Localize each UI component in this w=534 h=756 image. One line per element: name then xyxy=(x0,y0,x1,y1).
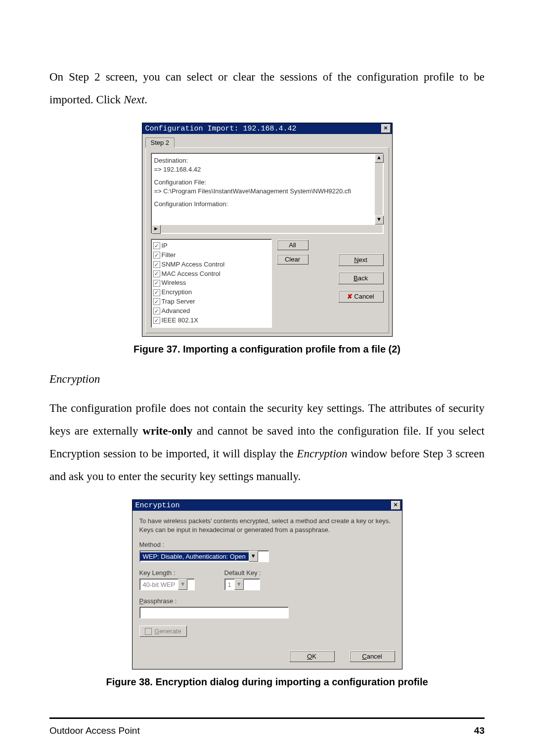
default-key-label: Default Key : xyxy=(224,569,261,577)
x-icon: ✘ xyxy=(347,293,353,300)
scroll-right-icon[interactable]: ► xyxy=(152,225,161,234)
chevron-down-icon[interactable]: ▼ xyxy=(178,579,187,590)
check-encryption[interactable]: ✓Encryption xyxy=(153,288,269,297)
check-filter[interactable]: ✓Filter xyxy=(153,251,269,260)
footer-left: Outdoor Access Point xyxy=(49,725,140,736)
encryption-dialog-title: Encryption xyxy=(135,501,180,510)
footer-rule xyxy=(49,717,485,719)
vertical-scrollbar[interactable]: ▲ ▼ xyxy=(375,154,383,224)
check-ieee8021x[interactable]: ✓IEEE 802.1X xyxy=(153,316,269,325)
figure38-wrap: Encryption × To have wireless packets' c… xyxy=(49,499,485,669)
key-length-label: Key Length : xyxy=(139,569,195,577)
check-wireless[interactable]: ✓Wireless xyxy=(153,278,269,288)
encryption-paragraph: The configuration profile does not conta… xyxy=(49,397,485,488)
dialog-title: Configuration Import: 192.168.4.42 xyxy=(145,125,297,133)
check-ip[interactable]: ✓IP xyxy=(153,241,269,251)
generate-checkbox-icon xyxy=(145,628,152,635)
check-advanced[interactable]: ✓Advanced xyxy=(153,307,269,316)
generate-button[interactable]: Generate xyxy=(139,625,187,637)
config-import-dialog: Configuration Import: 192.168.4.42 × Ste… xyxy=(142,123,393,337)
intro-period: . xyxy=(144,93,147,106)
method-select[interactable]: WEP: Disable, Authentication: Open ▼ xyxy=(139,550,269,562)
page-footer: Outdoor Access Point 43 xyxy=(49,725,485,736)
config-info-box: Destination: => 192.168.4.42 Configurati… xyxy=(151,153,384,234)
passphrase-label: Passphrase : xyxy=(139,597,395,605)
default-key-select[interactable]: 1 ▼ xyxy=(224,578,260,590)
default-key-value: 1 xyxy=(225,580,234,589)
encryption-description: To have wireless packets' contents encry… xyxy=(139,517,395,534)
encryption-heading: Encryption xyxy=(49,373,485,386)
close-icon[interactable]: × xyxy=(391,501,400,510)
back-button[interactable]: Back xyxy=(338,272,384,284)
config-info-label: Configuration Information: xyxy=(154,200,374,209)
intro-paragraph: On Step 2 screen, you can select or clea… xyxy=(49,66,485,111)
all-button[interactable]: All xyxy=(277,240,309,250)
tab-step2[interactable]: Step 2 xyxy=(145,137,175,148)
next-button[interactable]: Next xyxy=(338,254,384,266)
key-length-select[interactable]: 40-bit WEP ▼ xyxy=(139,578,195,590)
check-mac-access-control[interactable]: ✓MAC Access Control xyxy=(153,269,269,279)
ok-button[interactable]: OK xyxy=(289,651,335,662)
dialog-titlebar: Configuration Import: 192.168.4.42 × xyxy=(142,123,392,134)
passphrase-input[interactable] xyxy=(139,607,289,619)
config-file-label: Configuration File: xyxy=(154,178,374,187)
method-label: Method : xyxy=(139,541,395,548)
key-length-value: 40-bit WEP xyxy=(140,580,178,589)
cancel-button[interactable]: Cancel xyxy=(350,651,395,662)
intro-next: Next xyxy=(124,93,144,106)
figure38-caption: Figure 38. Encryption dialog during impo… xyxy=(49,676,485,688)
scroll-down-icon[interactable]: ▼ xyxy=(375,216,384,224)
encryption-dialog: Encryption × To have wireless packets' c… xyxy=(132,499,402,669)
encryption-titlebar: Encryption × xyxy=(133,500,402,511)
destination-value: => 192.168.4.42 xyxy=(154,165,374,174)
scroll-up-icon[interactable]: ▲ xyxy=(375,154,384,163)
intro-text: On Step 2 screen, you can select or clea… xyxy=(49,71,485,106)
session-checklist[interactable]: ✓IP ✓Filter ✓SNMP Access Control ✓MAC Ac… xyxy=(151,239,272,328)
chevron-down-icon[interactable]: ▼ xyxy=(234,579,244,590)
config-file-value: => C:\Program Files\InstantWave\Manageme… xyxy=(154,187,374,196)
check-trap-server[interactable]: ✓Trap Server xyxy=(153,297,269,307)
close-icon[interactable]: × xyxy=(381,124,391,133)
horizontal-scrollbar[interactable]: ◄ ► xyxy=(152,225,383,233)
cancel-button[interactable]: ✘Cancel xyxy=(338,290,384,303)
check-snmp-access-control[interactable]: ✓SNMP Access Control xyxy=(153,260,269,269)
figure37-caption: Figure 37. Importing a configuration pro… xyxy=(49,344,485,355)
clear-button[interactable]: Clear xyxy=(277,254,309,265)
chevron-down-icon[interactable]: ▼ xyxy=(249,551,258,562)
figure37-wrap: Configuration Import: 192.168.4.42 × Ste… xyxy=(49,123,485,337)
method-value: WEP: Disable, Authentication: Open xyxy=(140,552,249,561)
page-number: 43 xyxy=(474,725,485,736)
destination-label: Destination: xyxy=(154,156,374,165)
